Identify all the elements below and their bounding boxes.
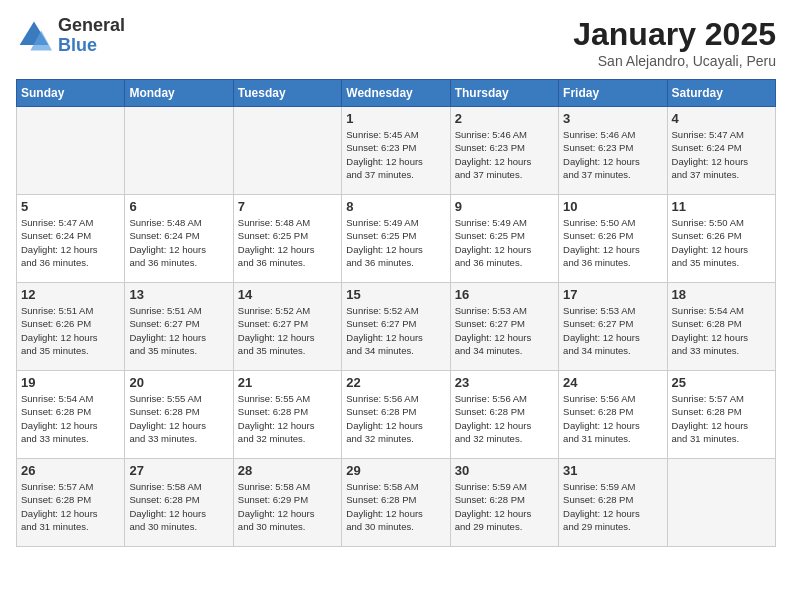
day-number: 6: [129, 199, 228, 214]
day-number: 20: [129, 375, 228, 390]
day-info: Sunrise: 5:47 AM Sunset: 6:24 PM Dayligh…: [21, 216, 120, 269]
day-info: Sunrise: 5:49 AM Sunset: 6:25 PM Dayligh…: [346, 216, 445, 269]
day-number: 9: [455, 199, 554, 214]
day-header-monday: Monday: [125, 80, 233, 107]
week-row-1: 1Sunrise: 5:45 AM Sunset: 6:23 PM Daylig…: [17, 107, 776, 195]
calendar-cell: 15Sunrise: 5:52 AM Sunset: 6:27 PM Dayli…: [342, 283, 450, 371]
calendar-header-row: SundayMondayTuesdayWednesdayThursdayFrid…: [17, 80, 776, 107]
day-header-wednesday: Wednesday: [342, 80, 450, 107]
day-number: 13: [129, 287, 228, 302]
calendar-cell: 10Sunrise: 5:50 AM Sunset: 6:26 PM Dayli…: [559, 195, 667, 283]
day-number: 7: [238, 199, 337, 214]
day-header-tuesday: Tuesday: [233, 80, 341, 107]
day-number: 12: [21, 287, 120, 302]
day-header-friday: Friday: [559, 80, 667, 107]
day-info: Sunrise: 5:46 AM Sunset: 6:23 PM Dayligh…: [563, 128, 662, 181]
calendar-cell: 3Sunrise: 5:46 AM Sunset: 6:23 PM Daylig…: [559, 107, 667, 195]
day-header-sunday: Sunday: [17, 80, 125, 107]
calendar-cell: 4Sunrise: 5:47 AM Sunset: 6:24 PM Daylig…: [667, 107, 775, 195]
day-info: Sunrise: 5:50 AM Sunset: 6:26 PM Dayligh…: [563, 216, 662, 269]
day-info: Sunrise: 5:45 AM Sunset: 6:23 PM Dayligh…: [346, 128, 445, 181]
day-info: Sunrise: 5:58 AM Sunset: 6:28 PM Dayligh…: [129, 480, 228, 533]
week-row-3: 12Sunrise: 5:51 AM Sunset: 6:26 PM Dayli…: [17, 283, 776, 371]
calendar-cell: 29Sunrise: 5:58 AM Sunset: 6:28 PM Dayli…: [342, 459, 450, 547]
calendar-cell: 7Sunrise: 5:48 AM Sunset: 6:25 PM Daylig…: [233, 195, 341, 283]
calendar-cell: 25Sunrise: 5:57 AM Sunset: 6:28 PM Dayli…: [667, 371, 775, 459]
day-info: Sunrise: 5:58 AM Sunset: 6:29 PM Dayligh…: [238, 480, 337, 533]
calendar-cell: 18Sunrise: 5:54 AM Sunset: 6:28 PM Dayli…: [667, 283, 775, 371]
day-info: Sunrise: 5:55 AM Sunset: 6:28 PM Dayligh…: [129, 392, 228, 445]
day-info: Sunrise: 5:52 AM Sunset: 6:27 PM Dayligh…: [238, 304, 337, 357]
day-info: Sunrise: 5:53 AM Sunset: 6:27 PM Dayligh…: [563, 304, 662, 357]
calendar-cell: 30Sunrise: 5:59 AM Sunset: 6:28 PM Dayli…: [450, 459, 558, 547]
day-info: Sunrise: 5:55 AM Sunset: 6:28 PM Dayligh…: [238, 392, 337, 445]
day-info: Sunrise: 5:49 AM Sunset: 6:25 PM Dayligh…: [455, 216, 554, 269]
calendar-cell: 27Sunrise: 5:58 AM Sunset: 6:28 PM Dayli…: [125, 459, 233, 547]
title-block: January 2025 San Alejandro, Ucayali, Per…: [573, 16, 776, 69]
day-info: Sunrise: 5:51 AM Sunset: 6:26 PM Dayligh…: [21, 304, 120, 357]
calendar-title: January 2025: [573, 16, 776, 53]
calendar-cell: 17Sunrise: 5:53 AM Sunset: 6:27 PM Dayli…: [559, 283, 667, 371]
day-number: 8: [346, 199, 445, 214]
day-number: 31: [563, 463, 662, 478]
day-number: 21: [238, 375, 337, 390]
day-info: Sunrise: 5:58 AM Sunset: 6:28 PM Dayligh…: [346, 480, 445, 533]
day-info: Sunrise: 5:56 AM Sunset: 6:28 PM Dayligh…: [563, 392, 662, 445]
week-row-5: 26Sunrise: 5:57 AM Sunset: 6:28 PM Dayli…: [17, 459, 776, 547]
calendar-cell: 8Sunrise: 5:49 AM Sunset: 6:25 PM Daylig…: [342, 195, 450, 283]
logo-icon: [16, 18, 52, 54]
day-number: 11: [672, 199, 771, 214]
calendar-cell: 1Sunrise: 5:45 AM Sunset: 6:23 PM Daylig…: [342, 107, 450, 195]
day-info: Sunrise: 5:52 AM Sunset: 6:27 PM Dayligh…: [346, 304, 445, 357]
calendar-cell: 9Sunrise: 5:49 AM Sunset: 6:25 PM Daylig…: [450, 195, 558, 283]
logo: GeneralBlue: [16, 16, 125, 56]
day-number: 29: [346, 463, 445, 478]
day-info: Sunrise: 5:56 AM Sunset: 6:28 PM Dayligh…: [455, 392, 554, 445]
day-number: 28: [238, 463, 337, 478]
calendar-cell: 23Sunrise: 5:56 AM Sunset: 6:28 PM Dayli…: [450, 371, 558, 459]
week-row-4: 19Sunrise: 5:54 AM Sunset: 6:28 PM Dayli…: [17, 371, 776, 459]
day-info: Sunrise: 5:46 AM Sunset: 6:23 PM Dayligh…: [455, 128, 554, 181]
calendar-cell: 2Sunrise: 5:46 AM Sunset: 6:23 PM Daylig…: [450, 107, 558, 195]
week-row-2: 5Sunrise: 5:47 AM Sunset: 6:24 PM Daylig…: [17, 195, 776, 283]
day-number: 2: [455, 111, 554, 126]
calendar-cell: 5Sunrise: 5:47 AM Sunset: 6:24 PM Daylig…: [17, 195, 125, 283]
calendar-cell: 21Sunrise: 5:55 AM Sunset: 6:28 PM Dayli…: [233, 371, 341, 459]
calendar-cell: 14Sunrise: 5:52 AM Sunset: 6:27 PM Dayli…: [233, 283, 341, 371]
day-info: Sunrise: 5:51 AM Sunset: 6:27 PM Dayligh…: [129, 304, 228, 357]
day-info: Sunrise: 5:59 AM Sunset: 6:28 PM Dayligh…: [455, 480, 554, 533]
day-info: Sunrise: 5:48 AM Sunset: 6:25 PM Dayligh…: [238, 216, 337, 269]
day-number: 22: [346, 375, 445, 390]
calendar-body: 1Sunrise: 5:45 AM Sunset: 6:23 PM Daylig…: [17, 107, 776, 547]
calendar-cell: 13Sunrise: 5:51 AM Sunset: 6:27 PM Dayli…: [125, 283, 233, 371]
day-number: 30: [455, 463, 554, 478]
calendar-cell: 6Sunrise: 5:48 AM Sunset: 6:24 PM Daylig…: [125, 195, 233, 283]
calendar-cell: [667, 459, 775, 547]
day-number: 1: [346, 111, 445, 126]
day-number: 15: [346, 287, 445, 302]
day-info: Sunrise: 5:47 AM Sunset: 6:24 PM Dayligh…: [672, 128, 771, 181]
day-info: Sunrise: 5:54 AM Sunset: 6:28 PM Dayligh…: [21, 392, 120, 445]
day-number: 24: [563, 375, 662, 390]
day-number: 16: [455, 287, 554, 302]
page-header: GeneralBlue January 2025 San Alejandro, …: [16, 16, 776, 69]
day-info: Sunrise: 5:56 AM Sunset: 6:28 PM Dayligh…: [346, 392, 445, 445]
day-number: 5: [21, 199, 120, 214]
day-info: Sunrise: 5:54 AM Sunset: 6:28 PM Dayligh…: [672, 304, 771, 357]
day-info: Sunrise: 5:53 AM Sunset: 6:27 PM Dayligh…: [455, 304, 554, 357]
calendar-cell: 28Sunrise: 5:58 AM Sunset: 6:29 PM Dayli…: [233, 459, 341, 547]
calendar-cell: 16Sunrise: 5:53 AM Sunset: 6:27 PM Dayli…: [450, 283, 558, 371]
logo-text: GeneralBlue: [58, 16, 125, 56]
calendar-table: SundayMondayTuesdayWednesdayThursdayFrid…: [16, 79, 776, 547]
calendar-cell: 20Sunrise: 5:55 AM Sunset: 6:28 PM Dayli…: [125, 371, 233, 459]
calendar-cell: 12Sunrise: 5:51 AM Sunset: 6:26 PM Dayli…: [17, 283, 125, 371]
calendar-subtitle: San Alejandro, Ucayali, Peru: [573, 53, 776, 69]
day-number: 3: [563, 111, 662, 126]
day-info: Sunrise: 5:57 AM Sunset: 6:28 PM Dayligh…: [21, 480, 120, 533]
calendar-cell: [125, 107, 233, 195]
calendar-cell: 11Sunrise: 5:50 AM Sunset: 6:26 PM Dayli…: [667, 195, 775, 283]
day-info: Sunrise: 5:48 AM Sunset: 6:24 PM Dayligh…: [129, 216, 228, 269]
day-header-thursday: Thursday: [450, 80, 558, 107]
calendar-cell: [233, 107, 341, 195]
calendar-cell: 31Sunrise: 5:59 AM Sunset: 6:28 PM Dayli…: [559, 459, 667, 547]
